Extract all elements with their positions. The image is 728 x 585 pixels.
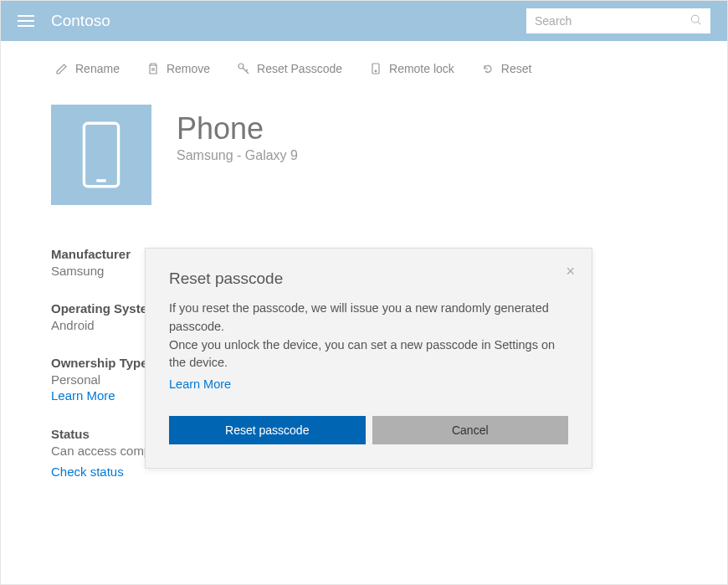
svg-rect-5 <box>84 123 118 186</box>
dialog-learn-more-link[interactable]: Learn More <box>169 376 568 394</box>
dialog-body: If you reset the passcode, we will issue… <box>169 300 568 394</box>
dialog-title: Reset passcode <box>169 269 568 288</box>
search-icon[interactable] <box>690 14 702 28</box>
dialog-body-line1: If you reset the passcode, we will issue… <box>169 301 549 333</box>
device-info: Phone Samsung - Galaxy 9 <box>177 105 298 163</box>
remove-button[interactable]: Remove <box>146 62 210 75</box>
ownership-learn-more-link[interactable]: Learn More <box>51 388 115 403</box>
close-icon[interactable]: × <box>566 264 575 279</box>
app-header: Contoso <box>1 1 727 41</box>
check-status-link[interactable]: Check status <box>51 464 124 479</box>
hamburger-menu-icon[interactable] <box>18 15 34 27</box>
reset-passcode-confirm-button[interactable]: Reset passcode <box>169 416 366 444</box>
pencil-icon <box>55 62 69 75</box>
rename-button[interactable]: Rename <box>55 62 120 75</box>
svg-point-0 <box>691 15 699 23</box>
remote-lock-button[interactable]: Remote lock <box>369 62 454 75</box>
header-left: Contoso <box>18 12 110 30</box>
trash-icon <box>146 62 160 75</box>
search-input[interactable] <box>535 14 685 28</box>
brand-name: Contoso <box>51 12 110 30</box>
search-box[interactable] <box>526 8 710 33</box>
svg-line-1 <box>698 22 700 24</box>
toolbar: Rename Remove Reset Passcode Remote lock… <box>1 41 727 96</box>
reset-passcode-dialog: × Reset passcode If you reset the passco… <box>145 248 592 469</box>
lock-device-icon <box>369 62 382 75</box>
device-header: Phone Samsung - Galaxy 9 <box>51 105 677 205</box>
reset-button[interactable]: Reset <box>481 62 532 75</box>
device-title: Phone <box>177 111 298 146</box>
reset-icon <box>481 62 495 75</box>
dialog-buttons: Reset passcode Cancel <box>169 416 568 444</box>
dialog-body-line2: Once you unlock the device, you can set … <box>169 338 555 370</box>
key-icon <box>237 62 250 75</box>
cancel-button[interactable]: Cancel <box>372 416 569 444</box>
phone-icon <box>80 121 122 188</box>
svg-point-4 <box>375 70 377 72</box>
reset-passcode-button[interactable]: Reset Passcode <box>237 62 342 75</box>
device-subtitle: Samsung - Galaxy 9 <box>177 148 298 163</box>
device-tile <box>51 105 151 205</box>
